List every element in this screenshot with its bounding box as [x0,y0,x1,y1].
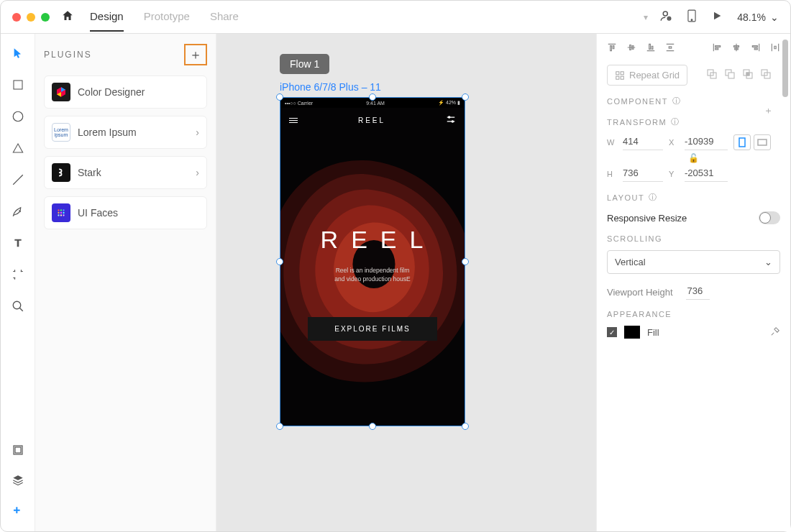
distribute-v-icon[interactable] [665,42,675,55]
assets-panel-icon[interactable] [10,442,26,458]
menu-icon[interactable] [289,118,298,123]
responsive-resize-toggle[interactable] [759,211,780,224]
resize-handle[interactable] [369,423,376,430]
invite-user-icon[interactable] [659,9,672,25]
plugin-item-color-designer[interactable]: Color Designer [44,75,207,109]
svg-point-5 [13,111,23,121]
rectangle-tool-icon[interactable] [10,77,26,93]
add-plugin-button[interactable]: ＋ [184,44,207,65]
artboard-tool-icon[interactable] [10,267,26,283]
svg-rect-25 [621,76,623,79]
plugin-item-ui-faces[interactable]: UI Faces [44,196,207,229]
bool-exclude-icon[interactable] [760,68,772,82]
repeat-grid-label: Repeat Grid [629,70,680,81]
appearance-section-label: APPEARANCE [607,310,780,318]
ellipse-tool-icon[interactable] [10,109,26,124]
plugins-panel-icon[interactable] [10,503,26,518]
align-hcenter-icon[interactable] [731,42,741,55]
svg-rect-4 [14,81,22,89]
info-icon[interactable]: ⓘ [671,116,680,127]
layers-panel-icon[interactable] [10,472,26,488]
x-field[interactable]: -10939 [685,134,728,150]
svg-rect-22 [616,71,619,74]
portrait-button[interactable] [733,134,751,150]
svg-rect-23 [621,71,623,74]
resize-handle[interactable] [276,93,283,101]
minimize-window-button[interactable] [27,13,35,22]
artboard-title[interactable]: iPhone 6/7/8 Plus – 11 [280,81,381,93]
plugin-label: UI Faces [78,207,118,219]
mobile-preview-icon[interactable] [687,9,697,25]
zoom-dropdown[interactable]: 48.1% ⌄ [737,12,779,23]
info-icon[interactable]: ⓘ [672,96,682,106]
plugin-icon [52,163,70,182]
svg-rect-35 [739,138,745,147]
resize-handle[interactable] [276,423,283,430]
y-label: Y [669,170,679,178]
settings-sliders-icon[interactable] [446,115,456,125]
status-time: 9:41 AM [366,101,385,106]
flow-badge[interactable]: Flow 1 [280,54,329,74]
artboard[interactable]: •••○○ Carrier 9:41 AM ⚡ 42% ▮ [280,97,465,426]
layout-section-label: LAYOUT [607,193,644,202]
fill-checkbox[interactable]: ✓ [607,327,617,337]
design-canvas[interactable]: Flow 1 iPhone 6/7/8 Plus – 11 •••○○ Carr… [216,34,596,531]
zoom-value: 48.1% [737,12,766,23]
align-right-icon[interactable] [751,42,761,55]
align-left-icon[interactable] [712,42,722,55]
tab-share[interactable]: Share [210,2,239,32]
landscape-button[interactable] [754,134,771,150]
repeat-grid-button[interactable]: Repeat Grid [607,65,687,86]
fill-swatch[interactable] [624,326,640,339]
plugin-item-stark[interactable]: Stark › [44,156,207,189]
distribute-h-icon[interactable] [770,42,780,55]
polygon-tool-icon[interactable] [10,140,26,156]
tool-rail [1,34,35,531]
line-tool-icon[interactable] [10,172,26,188]
align-vcenter-icon[interactable] [626,42,636,55]
viewport-height-field[interactable]: 736 [686,284,710,300]
resize-handle[interactable] [462,423,469,430]
plugin-item-lorem-ipsum[interactable]: Loremipsum Lorem Ipsum › [44,116,207,149]
svg-point-10 [60,209,62,211]
scrollbar[interactable] [782,40,788,97]
play-preview-icon[interactable] [711,10,723,24]
properties-inspector: Repeat Grid COMPONENT ⓘ ＋ TRANSFORM ⓘ W … [596,34,790,531]
zoom-tool-icon[interactable] [10,298,26,314]
resize-handle[interactable] [369,93,376,101]
explore-films-button[interactable]: EXPLORE FILMS [308,317,437,341]
dropdown-caret-icon[interactable]: ▾ [644,12,648,22]
resize-handle[interactable] [462,93,469,101]
bool-intersect-icon[interactable] [742,68,754,82]
plugin-label: Color Designer [78,86,145,98]
text-tool-icon[interactable] [10,235,26,251]
scrolling-section-label: SCROLLING [607,234,780,243]
select-tool-icon[interactable] [10,45,26,61]
bool-union-icon[interactable] [706,68,718,82]
viewport-height-label: Viewport Height [607,287,673,298]
chevron-right-icon: › [196,167,199,178]
pen-tool-icon[interactable] [10,203,26,219]
align-top-icon[interactable] [607,42,617,55]
bool-subtract-icon[interactable] [724,68,736,82]
add-component-icon[interactable]: ＋ [764,104,773,117]
resize-handle[interactable] [276,258,283,265]
home-icon[interactable] [61,9,74,25]
width-label: W [607,138,617,147]
align-bottom-icon[interactable] [646,42,656,55]
svg-rect-8 [15,447,21,453]
height-field[interactable]: 736 [623,166,663,182]
plugin-icon [52,83,70,101]
eyedropper-icon[interactable] [770,326,780,339]
maximize-window-button[interactable] [41,13,50,22]
tab-prototype[interactable]: Prototype [144,2,190,32]
close-window-button[interactable] [12,13,21,22]
y-field[interactable]: -20531 [685,166,728,182]
info-icon[interactable]: ⓘ [649,192,658,203]
scrolling-select[interactable]: Vertical ⌄ [607,250,780,274]
chevron-right-icon: › [196,127,199,138]
tab-design[interactable]: Design [90,2,124,32]
resize-handle[interactable] [462,258,469,265]
lock-aspect-icon[interactable]: 🔓 [607,153,780,163]
width-field[interactable]: 414 [623,134,663,150]
